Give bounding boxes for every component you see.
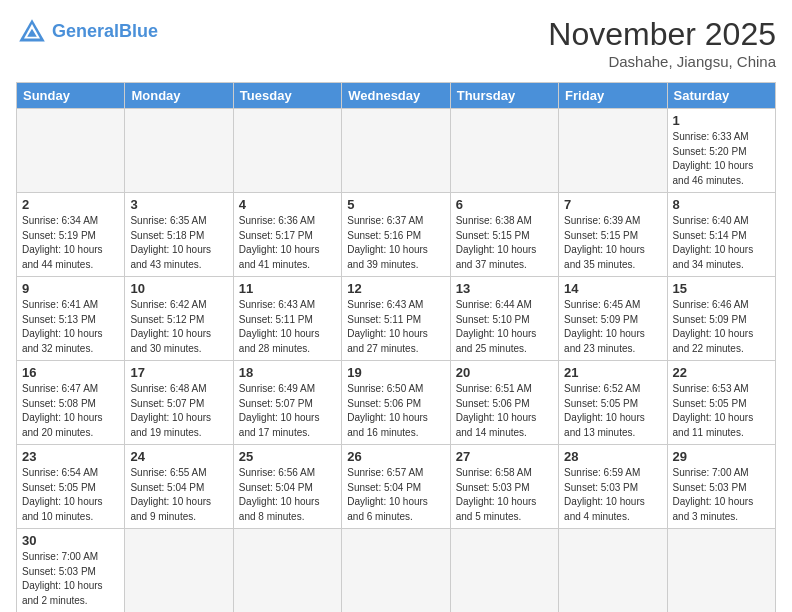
day-info: Sunrise: 6:44 AM Sunset: 5:10 PM Dayligh… bbox=[456, 298, 553, 356]
header-tuesday: Tuesday bbox=[233, 83, 341, 109]
calendar-cell bbox=[559, 529, 667, 613]
calendar-cell: 7Sunrise: 6:39 AM Sunset: 5:15 PM Daylig… bbox=[559, 193, 667, 277]
day-info: Sunrise: 6:52 AM Sunset: 5:05 PM Dayligh… bbox=[564, 382, 661, 440]
calendar-cell: 24Sunrise: 6:55 AM Sunset: 5:04 PM Dayli… bbox=[125, 445, 233, 529]
calendar-cell: 20Sunrise: 6:51 AM Sunset: 5:06 PM Dayli… bbox=[450, 361, 558, 445]
day-info: Sunrise: 6:50 AM Sunset: 5:06 PM Dayligh… bbox=[347, 382, 444, 440]
calendar-cell: 17Sunrise: 6:48 AM Sunset: 5:07 PM Dayli… bbox=[125, 361, 233, 445]
day-info: Sunrise: 6:47 AM Sunset: 5:08 PM Dayligh… bbox=[22, 382, 119, 440]
calendar-cell bbox=[342, 109, 450, 193]
header: GeneralBlue November 2025 Dashahe, Jiang… bbox=[16, 16, 776, 70]
logo: GeneralBlue bbox=[16, 16, 158, 48]
day-number: 2 bbox=[22, 197, 119, 212]
header-wednesday: Wednesday bbox=[342, 83, 450, 109]
calendar-cell: 13Sunrise: 6:44 AM Sunset: 5:10 PM Dayli… bbox=[450, 277, 558, 361]
header-sunday: Sunday bbox=[17, 83, 125, 109]
title-block: November 2025 Dashahe, Jiangsu, China bbox=[548, 16, 776, 70]
calendar-cell: 29Sunrise: 7:00 AM Sunset: 5:03 PM Dayli… bbox=[667, 445, 775, 529]
calendar-cell: 10Sunrise: 6:42 AM Sunset: 5:12 PM Dayli… bbox=[125, 277, 233, 361]
day-info: Sunrise: 6:37 AM Sunset: 5:16 PM Dayligh… bbox=[347, 214, 444, 272]
day-number: 7 bbox=[564, 197, 661, 212]
calendar-cell: 28Sunrise: 6:59 AM Sunset: 5:03 PM Dayli… bbox=[559, 445, 667, 529]
day-info: Sunrise: 6:45 AM Sunset: 5:09 PM Dayligh… bbox=[564, 298, 661, 356]
day-info: Sunrise: 6:55 AM Sunset: 5:04 PM Dayligh… bbox=[130, 466, 227, 524]
logo-icon bbox=[16, 16, 48, 48]
calendar-header-row: Sunday Monday Tuesday Wednesday Thursday… bbox=[17, 83, 776, 109]
calendar-cell: 25Sunrise: 6:56 AM Sunset: 5:04 PM Dayli… bbox=[233, 445, 341, 529]
calendar-cell: 27Sunrise: 6:58 AM Sunset: 5:03 PM Dayli… bbox=[450, 445, 558, 529]
day-info: Sunrise: 6:56 AM Sunset: 5:04 PM Dayligh… bbox=[239, 466, 336, 524]
day-number: 6 bbox=[456, 197, 553, 212]
calendar-cell: 3Sunrise: 6:35 AM Sunset: 5:18 PM Daylig… bbox=[125, 193, 233, 277]
day-number: 4 bbox=[239, 197, 336, 212]
calendar-page: GeneralBlue November 2025 Dashahe, Jiang… bbox=[0, 0, 792, 612]
day-info: Sunrise: 6:53 AM Sunset: 5:05 PM Dayligh… bbox=[673, 382, 770, 440]
week-row-5: 30Sunrise: 7:00 AM Sunset: 5:03 PM Dayli… bbox=[17, 529, 776, 613]
logo-text: GeneralBlue bbox=[52, 22, 158, 42]
day-info: Sunrise: 6:48 AM Sunset: 5:07 PM Dayligh… bbox=[130, 382, 227, 440]
calendar-cell bbox=[667, 529, 775, 613]
calendar-cell: 22Sunrise: 6:53 AM Sunset: 5:05 PM Dayli… bbox=[667, 361, 775, 445]
calendar-cell: 2Sunrise: 6:34 AM Sunset: 5:19 PM Daylig… bbox=[17, 193, 125, 277]
day-number: 24 bbox=[130, 449, 227, 464]
calendar-cell: 14Sunrise: 6:45 AM Sunset: 5:09 PM Dayli… bbox=[559, 277, 667, 361]
calendar-cell: 5Sunrise: 6:37 AM Sunset: 5:16 PM Daylig… bbox=[342, 193, 450, 277]
header-friday: Friday bbox=[559, 83, 667, 109]
calendar-table: Sunday Monday Tuesday Wednesday Thursday… bbox=[16, 82, 776, 612]
day-number: 26 bbox=[347, 449, 444, 464]
day-number: 17 bbox=[130, 365, 227, 380]
day-info: Sunrise: 6:39 AM Sunset: 5:15 PM Dayligh… bbox=[564, 214, 661, 272]
day-info: Sunrise: 6:35 AM Sunset: 5:18 PM Dayligh… bbox=[130, 214, 227, 272]
day-info: Sunrise: 6:58 AM Sunset: 5:03 PM Dayligh… bbox=[456, 466, 553, 524]
logo-blue: Blue bbox=[119, 21, 158, 41]
day-number: 9 bbox=[22, 281, 119, 296]
calendar-cell: 21Sunrise: 6:52 AM Sunset: 5:05 PM Dayli… bbox=[559, 361, 667, 445]
day-number: 14 bbox=[564, 281, 661, 296]
calendar-cell: 1Sunrise: 6:33 AM Sunset: 5:20 PM Daylig… bbox=[667, 109, 775, 193]
calendar-cell: 23Sunrise: 6:54 AM Sunset: 5:05 PM Dayli… bbox=[17, 445, 125, 529]
day-info: Sunrise: 6:34 AM Sunset: 5:19 PM Dayligh… bbox=[22, 214, 119, 272]
day-number: 29 bbox=[673, 449, 770, 464]
calendar-cell bbox=[559, 109, 667, 193]
day-info: Sunrise: 6:43 AM Sunset: 5:11 PM Dayligh… bbox=[239, 298, 336, 356]
calendar-cell: 8Sunrise: 6:40 AM Sunset: 5:14 PM Daylig… bbox=[667, 193, 775, 277]
day-info: Sunrise: 6:42 AM Sunset: 5:12 PM Dayligh… bbox=[130, 298, 227, 356]
day-number: 10 bbox=[130, 281, 227, 296]
week-row-3: 16Sunrise: 6:47 AM Sunset: 5:08 PM Dayli… bbox=[17, 361, 776, 445]
calendar-cell: 15Sunrise: 6:46 AM Sunset: 5:09 PM Dayli… bbox=[667, 277, 775, 361]
week-row-2: 9Sunrise: 6:41 AM Sunset: 5:13 PM Daylig… bbox=[17, 277, 776, 361]
day-number: 19 bbox=[347, 365, 444, 380]
day-number: 16 bbox=[22, 365, 119, 380]
day-number: 1 bbox=[673, 113, 770, 128]
calendar-cell bbox=[17, 109, 125, 193]
header-thursday: Thursday bbox=[450, 83, 558, 109]
calendar-cell: 19Sunrise: 6:50 AM Sunset: 5:06 PM Dayli… bbox=[342, 361, 450, 445]
day-number: 27 bbox=[456, 449, 553, 464]
day-info: Sunrise: 6:33 AM Sunset: 5:20 PM Dayligh… bbox=[673, 130, 770, 188]
calendar-cell: 11Sunrise: 6:43 AM Sunset: 5:11 PM Dayli… bbox=[233, 277, 341, 361]
week-row-0: 1Sunrise: 6:33 AM Sunset: 5:20 PM Daylig… bbox=[17, 109, 776, 193]
day-number: 28 bbox=[564, 449, 661, 464]
calendar-cell bbox=[125, 109, 233, 193]
day-number: 30 bbox=[22, 533, 119, 548]
day-info: Sunrise: 6:38 AM Sunset: 5:15 PM Dayligh… bbox=[456, 214, 553, 272]
calendar-cell: 9Sunrise: 6:41 AM Sunset: 5:13 PM Daylig… bbox=[17, 277, 125, 361]
month-title: November 2025 bbox=[548, 16, 776, 53]
calendar-cell: 16Sunrise: 6:47 AM Sunset: 5:08 PM Dayli… bbox=[17, 361, 125, 445]
calendar-cell: 30Sunrise: 7:00 AM Sunset: 5:03 PM Dayli… bbox=[17, 529, 125, 613]
week-row-4: 23Sunrise: 6:54 AM Sunset: 5:05 PM Dayli… bbox=[17, 445, 776, 529]
day-number: 20 bbox=[456, 365, 553, 380]
day-info: Sunrise: 6:40 AM Sunset: 5:14 PM Dayligh… bbox=[673, 214, 770, 272]
day-number: 21 bbox=[564, 365, 661, 380]
calendar-cell bbox=[342, 529, 450, 613]
day-info: Sunrise: 6:51 AM Sunset: 5:06 PM Dayligh… bbox=[456, 382, 553, 440]
calendar-cell: 26Sunrise: 6:57 AM Sunset: 5:04 PM Dayli… bbox=[342, 445, 450, 529]
day-info: Sunrise: 6:49 AM Sunset: 5:07 PM Dayligh… bbox=[239, 382, 336, 440]
day-info: Sunrise: 6:41 AM Sunset: 5:13 PM Dayligh… bbox=[22, 298, 119, 356]
day-number: 25 bbox=[239, 449, 336, 464]
day-info: Sunrise: 6:46 AM Sunset: 5:09 PM Dayligh… bbox=[673, 298, 770, 356]
calendar-cell bbox=[125, 529, 233, 613]
header-saturday: Saturday bbox=[667, 83, 775, 109]
day-number: 12 bbox=[347, 281, 444, 296]
location: Dashahe, Jiangsu, China bbox=[548, 53, 776, 70]
